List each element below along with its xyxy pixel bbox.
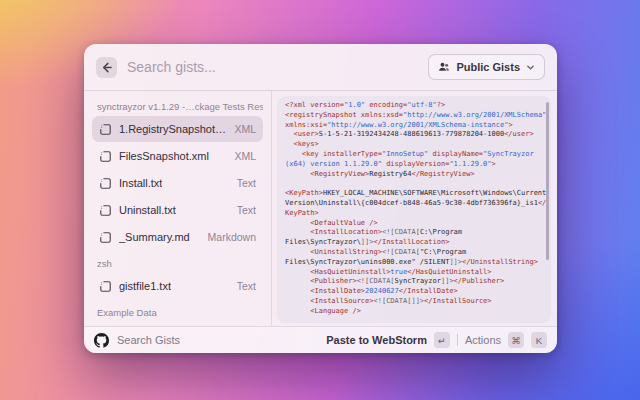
- back-arrow-icon: [101, 62, 112, 73]
- footer-actions: Paste to WebStorm ↵ Actions ⌘ K: [326, 332, 547, 348]
- gist-icon: [99, 123, 112, 136]
- code-line: <DefaultValue />: [285, 219, 543, 229]
- list-item[interactable]: Uninstall.txtText: [92, 197, 263, 223]
- chevron-down-icon: [526, 63, 535, 72]
- cmd-key-badge: ⌘: [508, 332, 524, 348]
- back-button[interactable]: [96, 57, 117, 78]
- code-line: <HasQuietUninstall>true</HasQuietUninsta…: [285, 268, 543, 278]
- footer-app-label: Search Gists: [117, 334, 180, 346]
- file-name: Uninstall.txt: [119, 204, 176, 216]
- github-icon: [94, 333, 109, 348]
- section-header: zsh: [92, 251, 263, 273]
- gist-search-window: Public Gists synctrayzor v1.1.29 -…ckage…: [84, 44, 557, 353]
- footer-bar: Search Gists Paste to WebStorm ↵ Actions…: [84, 326, 557, 353]
- enter-key-badge: ↵: [434, 332, 450, 348]
- code-preview: <?xml version="1.0" encoding="utf-8"?><r…: [277, 96, 551, 323]
- code-line: <RegistryView>Registry64</RegistryView>: [285, 170, 543, 180]
- list-item[interactable]: Install.txtText: [92, 170, 263, 196]
- list-item[interactable]: FilesSnapshot.xmlXML: [92, 143, 263, 169]
- file-type-label: XML: [234, 123, 256, 135]
- code-scrollbar[interactable]: [546, 102, 549, 260]
- file-name: Install.txt: [119, 177, 162, 189]
- code-line: (x64) version 1.1.29.0" displayVersion="…: [285, 160, 543, 170]
- primary-action-button[interactable]: Paste to WebStorm: [326, 334, 427, 346]
- code-line: xmlns:xsi="http://www.w3.org/2001/XMLSch…: [285, 121, 543, 131]
- code-line: <InstallLocation><![CDATA[C:\Program: [285, 228, 543, 238]
- code-line: [285, 179, 543, 189]
- results-list: synctrayzor v1.1.29 -…ckage Tests Result…: [84, 91, 272, 326]
- code-line: <registrySnapshot xmlns:xsd="http://www.…: [285, 111, 543, 121]
- file-name: gistfile1.txt: [119, 280, 171, 292]
- list-item[interactable]: gistfile1.txtText: [92, 273, 263, 299]
- file-name: _Summary.md: [119, 231, 190, 243]
- gist-icon: [99, 231, 112, 244]
- file-name: 1.RegistrySnapshot.xml: [119, 123, 227, 135]
- file-type-label: Text: [237, 177, 256, 189]
- detail-panel: <?xml version="1.0" encoding="utf-8"?><r…: [272, 91, 557, 326]
- footer-separator: [457, 334, 458, 346]
- code-line: Version\Uninstall\{c004dcef-b848-46a5-9c…: [285, 199, 543, 209]
- gist-icon: [99, 177, 112, 190]
- k-key-badge: K: [531, 332, 547, 348]
- gist-icon: [99, 204, 112, 217]
- code-line: <key installerType="InnoSetup" displayNa…: [285, 150, 543, 160]
- code-line: <?xml version="1.0" encoding="utf-8"?>: [285, 101, 543, 111]
- gist-icon: [99, 150, 112, 163]
- code-line: <InstallDate>20240627</InstallDate>: [285, 287, 543, 297]
- code-line: <user>S-1-5-21-3192434248-488619613-7798…: [285, 130, 543, 140]
- file-type-label: Text: [237, 204, 256, 216]
- search-bar: Public Gists: [84, 44, 557, 90]
- gist-icon: [99, 280, 112, 293]
- search-input[interactable]: [127, 59, 418, 75]
- code-line: <InstallSource><![CDATA[]]></InstallSour…: [285, 297, 543, 307]
- main-content: synctrayzor v1.1.29 -…ckage Tests Result…: [84, 91, 557, 326]
- code-line: Files\SyncTrayzor\unins000.exe" /SILENT]…: [285, 258, 543, 268]
- file-type-label: Markdown: [208, 231, 256, 243]
- code-line: <Publisher><![CDATA[SyncTrayzor]]></Publ…: [285, 277, 543, 287]
- desktop-background: Public Gists synctrayzor v1.1.29 -…ckage…: [0, 0, 640, 400]
- file-name: FilesSnapshot.xml: [119, 150, 209, 162]
- section-header: Example Data: [92, 300, 263, 322]
- actions-button[interactable]: Actions: [465, 334, 501, 346]
- list-item[interactable]: 1.RegistrySnapshot.xmlXML: [92, 116, 263, 142]
- file-type-label: XML: [234, 150, 256, 162]
- scope-label: Public Gists: [456, 61, 520, 73]
- code-line: <Language />: [285, 307, 543, 317]
- file-type-label: Text: [237, 280, 256, 292]
- code-line: <UninstallString><![CDATA["C:\Program: [285, 248, 543, 258]
- section-header: synctrayzor v1.1.29 -…ckage Tests Result…: [92, 94, 263, 116]
- people-icon: [438, 61, 450, 73]
- code-line: Files\SyncTrayzor\]]></InstallLocation>: [285, 238, 543, 248]
- code-line: KeyPath>: [285, 209, 543, 219]
- code-line: <keys>: [285, 140, 543, 150]
- code-line: <KeyPath>HKEY_LOCAL_MACHINE\SOFTWARE\Mic…: [285, 189, 543, 199]
- scope-dropdown[interactable]: Public Gists: [428, 54, 545, 80]
- list-item[interactable]: _Summary.mdMarkdown: [92, 224, 263, 250]
